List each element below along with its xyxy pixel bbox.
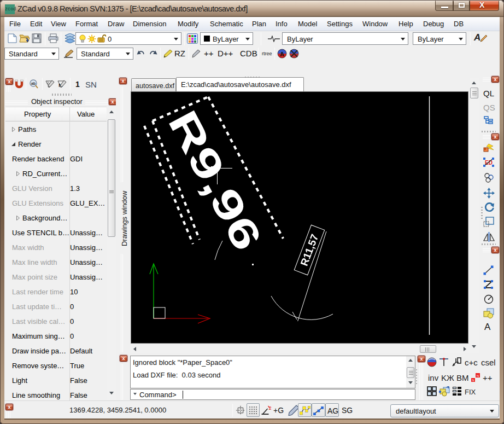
- svg-text:N: N: [472, 379, 474, 382]
- svg-text:ab: ab: [31, 82, 36, 85]
- svg-text:A: A: [280, 51, 284, 57]
- svg-text:N: N: [477, 374, 479, 377]
- svg-text:2: 2: [269, 405, 272, 411]
